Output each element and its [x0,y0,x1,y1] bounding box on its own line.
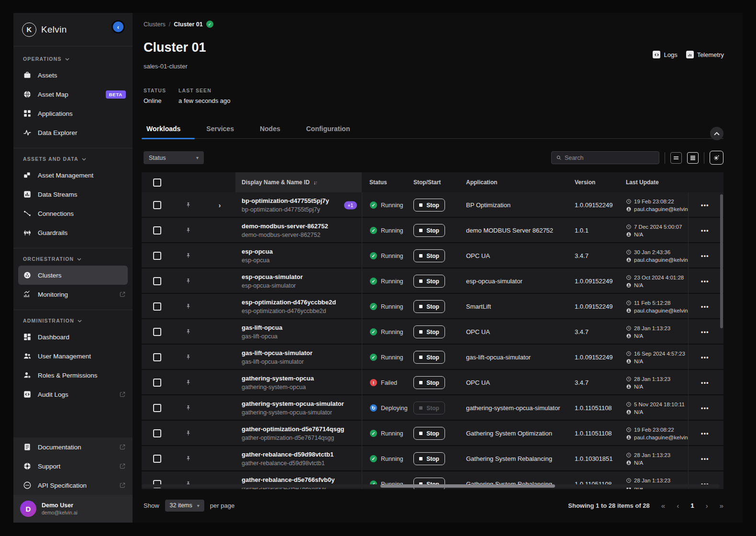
row-actions-button[interactable]: ••• [701,303,709,310]
pin-icon[interactable] [172,278,204,285]
sidebar-item-connections[interactable]: Connections [13,204,133,223]
stop-button[interactable]: Stop [413,376,445,389]
next-page-button[interactable]: › [706,502,708,510]
sidebar-item-monitoring[interactable]: Monitoring [13,285,133,304]
search-input[interactable] [565,155,655,161]
row-checkbox[interactable] [153,404,161,412]
sidebar-item-data-explorer[interactable]: Data Explorer [13,123,133,142]
view-compact-button[interactable] [670,152,682,164]
prev-page-button[interactable]: ‹ [677,502,679,510]
sidebar-item-support[interactable]: Support [13,457,133,476]
table-row[interactable]: › esp-opcua esp-opcua ✓ Running Stop OPC… [142,243,723,268]
stop-button[interactable]: Stop [413,199,445,212]
expand-chevron-icon[interactable]: › [204,201,235,209]
sidebar-item-audit-logs[interactable]: Audit Logs [13,385,133,404]
table-row[interactable]: › gather-optimization-d5e76714qsgg gathe… [142,421,723,446]
pin-icon[interactable] [172,404,204,412]
row-actions-button[interactable]: ••• [701,430,709,437]
sidebar-item-asset-management[interactable]: Asset Management [13,166,133,185]
table-settings-button[interactable] [710,151,723,165]
last-page-button[interactable]: » [720,502,723,510]
table-row[interactable]: › gas-lift-opcua-simulator gas-lift-opcu… [142,345,723,370]
sidebar-item-assets[interactable]: Assets [13,66,133,85]
pin-icon[interactable] [172,354,204,361]
horizontal-scrollbar[interactable] [380,484,555,488]
table-row[interactable]: › gather-rebalance-d59d98vtctb1 gather-r… [142,446,723,471]
row-actions-button[interactable]: ••• [701,380,709,386]
column-header-name[interactable]: Display Name & Name ID ↓↑ [235,172,362,192]
row-actions-button[interactable]: ••• [701,253,709,259]
stop-button[interactable]: Stop [413,402,445,414]
user-menu[interactable]: D Demo User demo@kelvin.ai [13,495,133,523]
current-page[interactable]: 1 [690,502,694,509]
stop-button[interactable]: Stop [413,325,445,338]
pin-icon[interactable] [172,303,204,310]
view-list-button[interactable] [687,152,699,164]
section-assets-and-data[interactable]: ASSETS AND DATA [13,148,133,166]
sidebar-item-guardrails[interactable]: Guardrails [13,223,133,242]
sidebar-item-roles-permissions[interactable]: Roles & Permissions [13,366,133,385]
tab-workloads[interactable]: Workloads [144,121,183,138]
row-checkbox[interactable] [153,353,161,361]
tab-services[interactable]: Services [203,121,237,138]
telemetry-button[interactable]: Telemetry [686,51,724,58]
row-actions-button[interactable]: ••• [701,456,709,462]
stop-button[interactable]: Stop [413,275,445,288]
pin-icon[interactable] [172,379,204,386]
row-checkbox[interactable] [153,201,161,209]
row-actions-button[interactable]: ••• [701,227,709,234]
sidebar-item-data-streams[interactable]: Data Streams [13,185,133,204]
row-checkbox[interactable] [153,429,161,437]
sidebar-item-user-management[interactable]: User Management [13,346,133,366]
sidebar-item-applications[interactable]: Applications [13,104,133,123]
stop-button[interactable]: Stop [413,351,445,364]
select-all-checkbox[interactable] [153,179,161,187]
stop-button[interactable]: Stop [413,300,445,313]
table-row[interactable]: › esp-opcua-simulator esp-opcua-simulato… [142,268,723,294]
row-actions-button[interactable]: ••• [701,405,709,412]
stop-button[interactable]: Stop [413,224,445,237]
section-orchestration[interactable]: ORCHESTRATION [13,248,133,266]
status-filter-select[interactable]: Status ▾ [144,151,204,164]
table-row[interactable]: › esp-optimization-d476yccbbe2d esp-opti… [142,294,723,319]
row-actions-button[interactable]: ••• [701,202,709,209]
pin-icon[interactable] [172,252,204,259]
sidebar-item-clusters[interactable]: Clusters [18,266,128,285]
pin-icon[interactable] [172,328,204,335]
row-actions-button[interactable]: ••• [701,329,709,335]
row-checkbox[interactable] [153,252,161,260]
row-checkbox[interactable] [153,328,161,336]
collapse-panel-button[interactable] [710,127,723,140]
row-checkbox[interactable] [153,379,161,387]
breadcrumb-clusters-link[interactable]: Clusters [144,21,166,28]
page-size-select[interactable]: 32 items ▾ [165,500,204,512]
section-administration[interactable]: ADMINISTRATION [13,310,133,327]
stop-button[interactable]: Stop [413,452,445,465]
search-box[interactable] [551,151,659,164]
first-page-button[interactable]: « [661,502,665,510]
logs-button[interactable]: Logs [653,51,677,58]
table-row[interactable]: › gathering-system-opcua gathering-syste… [142,370,723,395]
row-checkbox[interactable] [153,302,161,311]
vertical-scrollbar[interactable] [720,194,723,328]
row-checkbox[interactable] [153,226,161,234]
pin-icon[interactable] [172,201,204,209]
table-row[interactable]: › gathering-system-opcua-simulator gathe… [142,395,723,421]
sidebar-collapse-button[interactable]: ‹ [113,22,123,32]
table-row[interactable]: › demo-modbus-server-862752 demo-modbus-… [142,218,723,243]
stop-button[interactable]: Stop [413,249,445,262]
pin-icon[interactable] [172,455,204,462]
sidebar-item-api-specification[interactable]: API Specification [13,476,133,495]
table-row[interactable]: › bp-optimization-d47755t5pj7y bp-optimi… [142,192,723,218]
section-operations[interactable]: OPERATIONS [13,48,133,66]
pin-icon[interactable] [172,227,204,234]
row-actions-button[interactable]: ••• [701,278,709,285]
row-actions-button[interactable]: ••• [701,354,709,361]
table-row[interactable]: › gas-lift-opcua gas-lift-opcua ✓ Runnin… [142,319,723,345]
pin-icon[interactable] [172,430,204,437]
sidebar-item-asset-map[interactable]: Asset Map BETA [13,85,133,104]
sidebar-item-dashboard[interactable]: Dashboard [13,327,133,346]
row-checkbox[interactable] [153,455,161,463]
stop-button[interactable]: Stop [413,427,445,440]
row-checkbox[interactable] [153,277,161,285]
